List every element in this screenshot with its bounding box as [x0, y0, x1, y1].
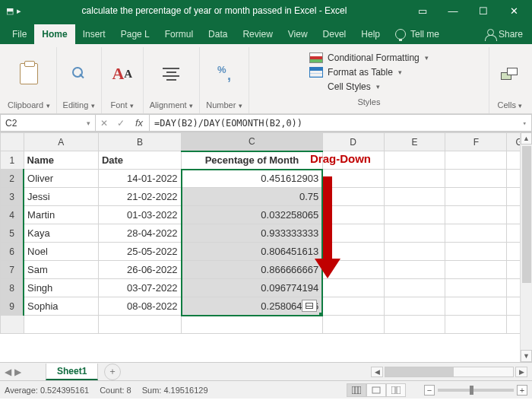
row-header[interactable]: 3	[1, 188, 24, 206]
tab-insert[interactable]: Insert	[75, 24, 113, 44]
cell[interactable]: 03-07-2022	[98, 279, 181, 297]
chevron-down-icon[interactable]: ▾	[44, 102, 50, 110]
zoom-thumb[interactable]	[470, 386, 473, 395]
autosave-icon[interactable]: ⬒	[6, 6, 14, 16]
cell[interactable]: 0.032258065	[182, 206, 323, 224]
minimize-button[interactable]: —	[438, 0, 468, 21]
tab-home[interactable]: Home	[34, 24, 74, 44]
cell[interactable]	[445, 206, 507, 224]
tab-data[interactable]: Data	[201, 24, 235, 44]
fill-handle[interactable]	[319, 313, 322, 316]
cell[interactable]	[322, 316, 384, 334]
chevron-down-icon[interactable]: ▾	[128, 102, 135, 110]
cell[interactable]	[445, 224, 507, 243]
row-header[interactable]: 1	[1, 151, 24, 170]
cell[interactable]: Pecentage of Month	[182, 151, 323, 170]
page-layout-view-button[interactable]	[366, 383, 386, 397]
close-button[interactable]: ✕	[499, 0, 529, 21]
cell[interactable]	[384, 316, 445, 334]
ribbon-options-icon[interactable]: ▭	[407, 0, 438, 21]
sheet-next-icon[interactable]: ▶	[14, 367, 21, 377]
tab-page-layout[interactable]: Page L	[113, 24, 157, 44]
tab-developer[interactable]: Devel	[315, 24, 354, 44]
font-button[interactable]: AA	[108, 61, 137, 87]
alignment-button[interactable]	[157, 61, 185, 87]
cancel-formula-icon[interactable]: ✕	[96, 118, 112, 129]
scroll-up-button[interactable]: ▲	[521, 132, 532, 145]
scroll-track[interactable]	[385, 367, 514, 377]
qat-more-icon[interactable]: ▸	[17, 6, 21, 16]
cell[interactable]: 21-02-2022	[98, 188, 181, 206]
cell[interactable]: 0.933333333	[182, 224, 323, 243]
cell-styles-button[interactable]: Cell Styles ▾	[308, 81, 382, 93]
cell[interactable]	[445, 316, 507, 334]
cell[interactable]: 0.866666667	[182, 261, 323, 279]
maximize-button[interactable]: ☐	[468, 0, 499, 21]
cell[interactable]	[384, 151, 445, 170]
cell[interactable]: Jessi	[24, 188, 98, 206]
cell[interactable]	[384, 188, 445, 206]
scroll-thumb[interactable]	[385, 367, 454, 376]
scroll-right-button[interactable]: ▶	[515, 367, 527, 377]
row-header[interactable]	[1, 316, 24, 334]
zoom-in-button[interactable]: +	[517, 385, 527, 396]
cells-button[interactable]	[496, 61, 524, 87]
row-header[interactable]: 9	[1, 297, 24, 316]
editing-button[interactable]	[65, 61, 93, 87]
tab-formulas[interactable]: Formul	[157, 24, 201, 44]
cell[interactable]	[182, 316, 323, 334]
cell[interactable]	[384, 206, 445, 224]
col-header-c[interactable]: C	[182, 133, 323, 151]
autofill-options-button[interactable]	[302, 300, 317, 312]
conditional-formatting-button[interactable]: Conditional Formatting ▾	[308, 52, 430, 64]
cell[interactable]	[445, 279, 507, 297]
new-sheet-button[interactable]: ＋	[104, 364, 121, 380]
cell[interactable]	[384, 224, 445, 243]
cell[interactable]: Singh	[24, 279, 98, 297]
share-button[interactable]: Share	[476, 24, 532, 44]
cell[interactable]: Oliver	[24, 170, 98, 188]
cell[interactable]: 28-04-2022	[98, 224, 181, 243]
row-header[interactable]: 7	[1, 261, 24, 279]
cell[interactable]: Kaya	[24, 224, 98, 243]
cell[interactable]	[445, 261, 507, 279]
cell[interactable]	[445, 151, 507, 170]
zoom-out-button[interactable]: −	[424, 385, 435, 396]
cell[interactable]	[445, 243, 507, 261]
cell[interactable]: Sophia	[24, 297, 98, 316]
cell[interactable]	[384, 279, 445, 297]
number-button[interactable]	[210, 61, 239, 87]
row-header[interactable]: 6	[1, 243, 24, 261]
row-header[interactable]: 2	[1, 170, 24, 188]
col-header-e[interactable]: E	[384, 133, 445, 151]
cell[interactable]	[384, 243, 445, 261]
cell[interactable]	[384, 297, 445, 316]
cell[interactable]: 01-03-2022	[98, 206, 181, 224]
cell[interactable]: 0.806451613	[182, 243, 323, 261]
tab-file[interactable]: File	[5, 24, 34, 44]
tab-review[interactable]: Review	[235, 24, 280, 44]
cell[interactable]	[445, 170, 507, 188]
cell[interactable]	[445, 188, 507, 206]
normal-view-button[interactable]	[347, 383, 366, 397]
cell[interactable]	[445, 297, 507, 316]
clipboard-button[interactable]	[14, 61, 43, 87]
cell[interactable]: 26-06-2022	[98, 261, 181, 279]
horizontal-scrollbar[interactable]: ◀ ▶	[371, 367, 532, 377]
col-header-b[interactable]: B	[98, 133, 181, 151]
cell[interactable]: Sam	[24, 261, 98, 279]
cell[interactable]	[24, 316, 98, 334]
sheet-tab-sheet1[interactable]: Sheet1	[46, 364, 98, 380]
name-box[interactable]: C2 ▾	[0, 114, 95, 132]
zoom-slider[interactable]	[438, 389, 514, 392]
scroll-down-button[interactable]: ▼	[521, 350, 532, 362]
chevron-down-icon[interactable]: ▾	[236, 102, 242, 110]
cell[interactable]	[322, 297, 384, 316]
format-as-table-button[interactable]: Format as Table ▾	[308, 66, 404, 78]
cell[interactable]	[98, 316, 181, 334]
cell[interactable]: Martin	[24, 206, 98, 224]
cell[interactable]	[384, 170, 445, 188]
row-header[interactable]: 8	[1, 279, 24, 297]
col-header-d[interactable]: D	[322, 133, 384, 151]
cell[interactable]: 08-08-2022	[98, 297, 181, 316]
